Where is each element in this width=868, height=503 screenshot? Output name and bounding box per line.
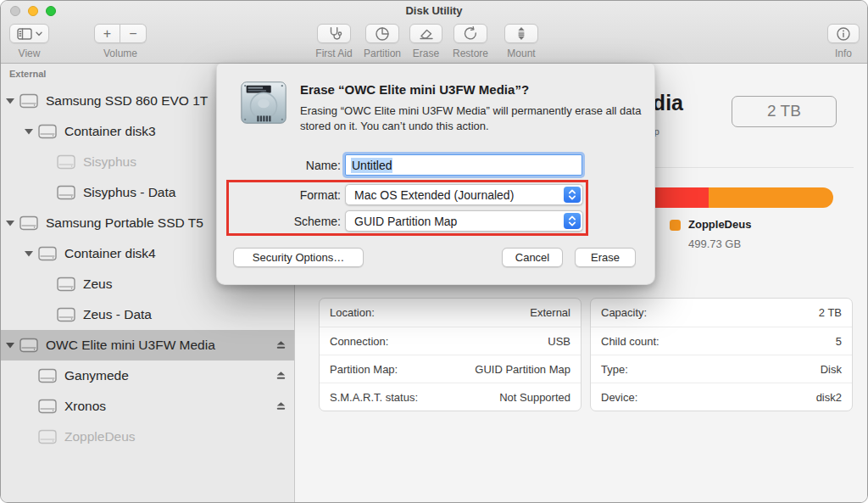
disclosure-triangle-icon[interactable]: [6, 220, 19, 226]
capacity-badge: 2 TB: [732, 96, 837, 127]
sidebar-item-ganymede[interactable]: Ganymede: [1, 360, 294, 391]
sidebar-item-label: Ganymede: [64, 368, 129, 383]
info-row: S.M.A.R.T. status:Not Supported: [320, 383, 581, 411]
eject-icon[interactable]: [275, 401, 287, 412]
dialog-title: Erase “OWC Elite mini U3FW Media”?: [300, 82, 529, 97]
name-input[interactable]: Untitled: [345, 154, 582, 176]
erase-button[interactable]: Erase: [575, 248, 636, 267]
format-selected-value: Mac OS Extended (Journaled): [354, 188, 514, 202]
drive-icon: [38, 124, 57, 139]
eraser-icon: [418, 25, 435, 42]
restore-button[interactable]: [453, 24, 487, 43]
info-value: USB: [548, 335, 570, 348]
info-row: Child count:5: [591, 327, 852, 355]
info-row: Connection:USB: [320, 327, 581, 355]
info-label: S.M.A.R.T. status:: [330, 391, 418, 404]
sidebar-layout-icon: [17, 28, 32, 40]
sidebar-item-label: ZoppleDeus: [64, 429, 136, 444]
drive-icon: [38, 429, 57, 444]
restore-group: Restore: [453, 24, 487, 43]
sidebar-item-label: Samsung Portable SSD T5: [46, 215, 203, 231]
sidebar-item-zeus-data[interactable]: Zeus - Data: [1, 299, 294, 330]
info-label: Info: [835, 48, 852, 59]
add-volume-button[interactable]: +: [94, 24, 120, 43]
restore-label: Restore: [453, 48, 488, 59]
info-value: disk2: [816, 391, 842, 404]
sidebar-item-label: Sisyphus - Data: [83, 185, 175, 200]
minus-icon: −: [129, 27, 136, 41]
sidebar-item-owc-elite[interactable]: OWC Elite mini U3FW Media: [1, 330, 294, 360]
window-chrome: Disk Utility View + − Volume First Aid: [1, 1, 867, 64]
name-input-selected-text: Untitled: [351, 158, 392, 173]
view-label: View: [19, 48, 41, 59]
window-title: Disk Utility: [1, 4, 867, 17]
info-row: Type:Disk: [591, 355, 852, 383]
mount-label: Mount: [507, 48, 535, 59]
drive-icon: [57, 185, 75, 200]
sidebar-item-zoppledeus[interactable]: ZoppleDeus: [1, 422, 294, 452]
remove-volume-button[interactable]: −: [120, 24, 147, 43]
stethoscope-icon: [326, 25, 342, 42]
info-label: Type:: [601, 363, 628, 376]
disclosure-triangle-icon[interactable]: [25, 128, 38, 135]
disclosure-triangle-icon[interactable]: [6, 98, 19, 104]
sidebar-item-label: Xronos: [64, 399, 106, 414]
info-value: Not Supported: [499, 391, 570, 404]
eject-icon[interactable]: [275, 340, 287, 351]
info-label: Partition Map:: [330, 363, 398, 376]
info-group: Info: [827, 24, 860, 43]
sidebar-item-label: Zeus - Data: [83, 307, 152, 322]
erase-tool-label: Erase: [413, 48, 439, 59]
format-select[interactable]: Mac OS Extended (Journaled): [345, 184, 583, 205]
mount-spindle-icon: [514, 25, 529, 42]
drive-icon: [19, 215, 38, 231]
info-value: External: [530, 306, 570, 319]
info-row: Partition Map:GUID Partition Map: [320, 355, 581, 383]
sidebar-section-external: External: [9, 69, 46, 79]
mount-group: Mount: [504, 24, 538, 43]
info-button[interactable]: [827, 24, 860, 43]
name-field-label: Name:: [217, 159, 341, 172]
drive-icon: [19, 93, 38, 109]
chevron-down-icon: [36, 31, 42, 36]
erase-tool-button[interactable]: [409, 24, 442, 43]
disclosure-triangle-icon[interactable]: [25, 250, 38, 257]
cancel-button[interactable]: Cancel: [502, 248, 563, 267]
info-value: GUID Partition Map: [475, 363, 570, 376]
drive-icon: [38, 368, 57, 383]
security-options-button[interactable]: Security Options…: [233, 248, 364, 267]
drive-icon: [19, 338, 38, 353]
sidebar-item-label: Sisyphus: [83, 154, 136, 170]
partition-label: Partition: [364, 48, 401, 59]
legend-swatch-orange: [670, 220, 681, 231]
view-button[interactable]: [9, 24, 49, 43]
partition-button[interactable]: [365, 24, 399, 43]
sidebar-item-xronos[interactable]: Xronos: [1, 391, 294, 422]
info-card-left: Location:External Connection:USB Partiti…: [319, 298, 581, 411]
info-card-right: Capacity:2 TB Child count:5 Type:Disk De…: [590, 298, 853, 411]
plus-icon: +: [103, 27, 111, 41]
volume-label: Volume: [103, 48, 137, 59]
legend-volume-name: ZoppleDeus: [688, 218, 751, 231]
info-label: Device:: [601, 391, 637, 404]
usage-segment-orange: [709, 187, 833, 208]
sidebar-item-label: Samsung SSD 860 EVO 1T: [46, 93, 208, 109]
info-row: Location:External: [320, 299, 581, 327]
info-value: 2 TB: [819, 306, 842, 319]
drive-icon: [38, 246, 57, 261]
sidebar-item-label: OWC Elite mini U3FW Media: [46, 338, 215, 353]
first-aid-button[interactable]: [317, 24, 351, 43]
info-label: Child count:: [601, 335, 659, 348]
drive-icon: [57, 154, 75, 170]
info-label: Capacity:: [601, 306, 647, 319]
mount-button[interactable]: [504, 24, 538, 43]
sidebar-item-label: Container disk3: [64, 124, 156, 139]
dialog-message: Erasing “OWC Elite mini U3FW Media” will…: [300, 103, 656, 134]
eject-icon[interactable]: [275, 371, 287, 382]
info-row: Capacity:2 TB: [591, 299, 852, 327]
popup-stepper-icon: [564, 187, 581, 203]
info-label: Connection:: [330, 335, 388, 348]
scheme-select[interactable]: GUID Partition Map: [345, 210, 583, 232]
disclosure-triangle-icon[interactable]: [6, 342, 19, 349]
volume-group: + − Volume: [94, 24, 147, 43]
